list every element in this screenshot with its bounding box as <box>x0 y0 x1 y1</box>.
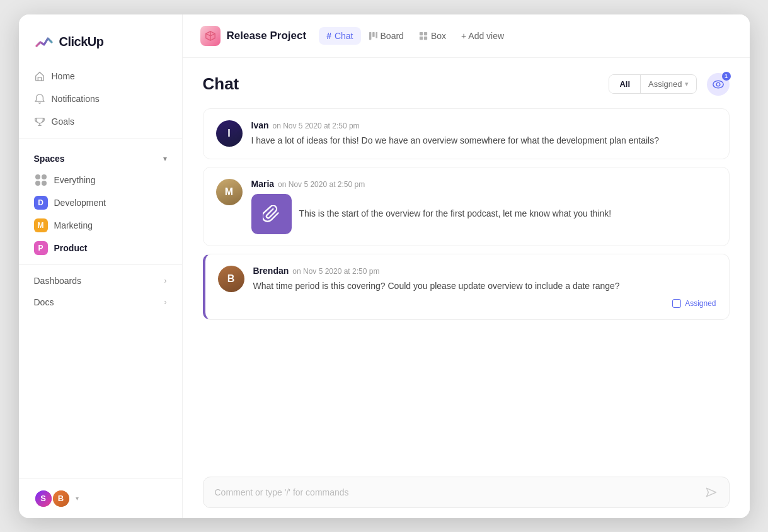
logo: ClickUp <box>19 14 182 65</box>
message-card-maria: M Maria on Nov 5 2020 at 2:50 pm <box>203 167 730 246</box>
message-time-ivan: on Nov 5 2020 at 2:50 pm <box>273 122 360 130</box>
paperclip-icon <box>263 205 280 223</box>
message-meta-brendan: Brendan on Nov 5 2020 at 2:50 pm <box>253 266 716 276</box>
chat-tab-label: Chat <box>335 31 353 41</box>
notifications-label: Notifications <box>52 94 100 104</box>
box-icon <box>419 31 428 40</box>
project-title: Release Project <box>227 30 307 42</box>
svg-rect-4 <box>424 31 427 35</box>
avatar-user2: B <box>52 489 71 508</box>
svg-point-8 <box>716 82 720 86</box>
chat-tab-hash: # <box>326 31 331 41</box>
maria-avatar: M <box>216 179 243 205</box>
sidebar-item-goals[interactable]: Goals <box>26 110 175 133</box>
everything-icon <box>34 173 48 187</box>
message-time-maria: on Nov 5 2020 at 2:50 pm <box>278 180 365 189</box>
everything-label: Everything <box>54 175 96 185</box>
filter-all-button[interactable]: All <box>609 75 640 93</box>
add-view-label: + Add view <box>461 31 504 41</box>
assigned-label: Assigned <box>648 79 682 89</box>
board-tab-label: Board <box>381 31 404 41</box>
attachment-block: This is the start of the overview for th… <box>251 194 716 234</box>
sidebar: ClickUp Home Notifications <box>19 14 183 518</box>
watch-button[interactable]: 1 <box>707 73 730 96</box>
filter-assigned-button[interactable]: Assigned ▾ <box>640 75 696 93</box>
sidebar-item-home[interactable]: Home <box>26 65 175 88</box>
main-content: Release Project # Chat Board <box>183 14 750 518</box>
sidebar-item-dashboards[interactable]: Dashboards › <box>19 270 182 291</box>
message-body-maria: Maria on Nov 5 2020 at 2:50 pm This is t… <box>251 179 716 234</box>
assigned-tag-label: Assigned <box>685 299 716 308</box>
svg-rect-0 <box>369 31 371 39</box>
sidebar-footer: S B ▾ <box>19 478 182 518</box>
app-name: ClickUp <box>59 35 104 49</box>
app-window: ClickUp Home Notifications <box>19 14 750 518</box>
svg-rect-2 <box>375 31 377 38</box>
sidebar-divider-1 <box>19 138 182 139</box>
watch-count-badge: 1 <box>722 72 731 81</box>
development-badge: D <box>34 196 48 210</box>
message-text-brendan: What time period is this covering? Could… <box>253 280 716 293</box>
ivan-avatar: I <box>216 120 243 147</box>
message-body-brendan: Brendan on Nov 5 2020 at 2:50 pm What ti… <box>253 266 716 308</box>
product-label: Product <box>54 243 88 253</box>
message-card-brendan: B Brendan on Nov 5 2020 at 2:50 pm What … <box>203 254 730 320</box>
trophy-icon <box>34 116 45 127</box>
clickup-logo-icon <box>34 32 54 52</box>
sidebar-item-everything[interactable]: Everything <box>26 169 175 191</box>
svg-point-7 <box>713 81 723 88</box>
add-view-button[interactable]: + Add view <box>454 27 512 45</box>
eye-icon <box>713 80 724 89</box>
avatar-user2-initial: B <box>53 490 69 507</box>
marketing-badge: M <box>34 218 48 232</box>
tab-board[interactable]: Board <box>361 27 411 45</box>
sidebar-item-product[interactable]: P Product <box>26 237 175 259</box>
message-author-brendan: Brendan <box>253 266 289 276</box>
chat-header: Chat All Assigned ▾ 1 <box>203 73 730 96</box>
sidebar-item-notifications[interactable]: Notifications <box>26 88 175 110</box>
home-icon <box>34 71 45 82</box>
assigned-chevron-icon: ▾ <box>685 80 689 88</box>
messages-list: I Ivan on Nov 5 2020 at 2:50 pm I have a… <box>203 108 730 469</box>
assigned-tag: Assigned <box>253 299 716 308</box>
sidebar-item-docs[interactable]: Docs › <box>19 291 182 313</box>
sidebar-divider-2 <box>19 264 182 265</box>
spaces-list: Everything D Development M Marketing P P… <box>19 169 182 259</box>
bell-icon <box>34 93 45 105</box>
chevron-down-icon: ▾ <box>163 154 167 163</box>
svg-rect-3 <box>420 31 423 35</box>
avatar-user1: S <box>34 489 53 508</box>
board-icon <box>369 31 377 40</box>
footer-chevron-icon: ▾ <box>76 495 79 502</box>
goals-label: Goals <box>52 116 75 127</box>
avatar-user1-initial: S <box>35 490 52 507</box>
chevron-right-icon: › <box>164 276 167 285</box>
tab-chat[interactable]: # Chat <box>319 27 360 45</box>
product-badge: P <box>34 241 48 255</box>
chat-title: Chat <box>203 74 239 94</box>
assigned-checkbox[interactable] <box>672 299 681 308</box>
svg-rect-1 <box>372 31 375 37</box>
chat-filter: All Assigned ▾ <box>609 74 696 94</box>
message-meta-ivan: Ivan on Nov 5 2020 at 2:50 pm <box>251 120 716 130</box>
project-icon <box>200 26 221 46</box>
message-text-ivan: I have a lot of ideas for this! Do we ha… <box>251 134 716 147</box>
svg-rect-5 <box>420 36 423 39</box>
project-cube-icon <box>205 30 216 42</box>
message-author-ivan: Ivan <box>251 120 269 130</box>
dashboards-label: Dashboards <box>34 276 82 286</box>
chat-area: Chat All Assigned ▾ 1 <box>183 58 750 518</box>
message-time-brendan: on Nov 5 2020 at 2:50 pm <box>292 267 379 276</box>
svg-rect-6 <box>424 36 427 39</box>
sidebar-nav: Home Notifications Goals <box>19 65 182 133</box>
comment-placeholder: Comment or type '/' for commands <box>215 487 349 497</box>
sidebar-item-marketing[interactable]: M Marketing <box>26 214 175 237</box>
marketing-label: Marketing <box>54 220 93 230</box>
sidebar-item-development[interactable]: D Development <box>26 191 175 214</box>
chevron-right-icon-2: › <box>164 298 167 307</box>
comment-input-area[interactable]: Comment or type '/' for commands <box>203 477 730 508</box>
spaces-header[interactable]: Spaces ▾ <box>34 154 167 164</box>
spaces-section: Spaces ▾ <box>19 144 182 169</box>
brendan-avatar: B <box>218 266 244 292</box>
tab-box[interactable]: Box <box>411 27 454 45</box>
